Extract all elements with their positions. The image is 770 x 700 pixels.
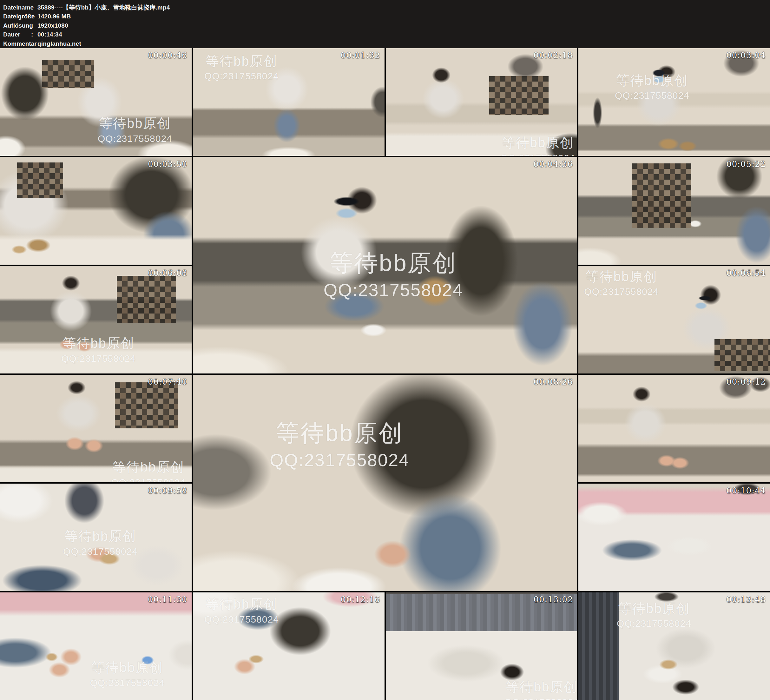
- frame-timestamp: 00:01:32: [341, 50, 380, 60]
- video-frame-placeholder: [578, 48, 770, 156]
- pixelated-censor-block: [489, 76, 548, 115]
- metadata-label: Auflösung: [3, 21, 31, 30]
- frame-timestamp: 00:03:50: [148, 159, 188, 169]
- frame-timestamp: 00:11:30: [148, 595, 188, 604]
- frame-timestamp: 00:08:26: [533, 377, 573, 387]
- video-frame-placeholder: [0, 266, 192, 373]
- frame-timestamp: 00:07:40: [148, 377, 188, 387]
- frame-timestamp: 00:13:48: [726, 595, 766, 604]
- frame-timestamp: 00:04:36: [533, 159, 573, 169]
- metadata-separator: :: [31, 30, 37, 39]
- video-frame-thumbnail: 00:04:36 等待bb原创 QQ:2317558024: [193, 157, 578, 373]
- video-frame-thumbnail: 00:13:02 等待bb原创 QQ:2317558024: [386, 592, 578, 700]
- frame-timestamp: 00:12:16: [341, 595, 380, 604]
- frame-timestamp: 00:09:12: [726, 377, 766, 387]
- frame-timestamp: 00:03:04: [726, 50, 766, 60]
- video-frame-thumbnail: 00:02:18 等待bb原创 QQ:2317558024: [386, 48, 578, 156]
- pixelated-censor-block: [42, 60, 94, 88]
- video-frame-placeholder: [578, 266, 770, 373]
- video-frame-thumbnail: 00:10:44: [578, 484, 770, 591]
- metadata-value: 1920x1080: [37, 22, 68, 29]
- video-frame-thumbnail: 00:09:58 等待bb原创 QQ:2317558024: [0, 484, 192, 591]
- metadata-separator: :: [31, 21, 37, 30]
- video-frame-thumbnail: 00:09:12: [578, 375, 770, 482]
- metadata-label: Dauer: [3, 30, 31, 39]
- metadata-label: Dateigröße: [3, 12, 31, 21]
- frame-timestamp: 00:13:02: [533, 595, 573, 604]
- video-frame-placeholder: [578, 157, 770, 265]
- thumbnail-mosaic-grid: 00:00:46 等待bb原创 QQ:2317558024 00:01:32 等…: [0, 48, 770, 700]
- metadata-row-filename: Dateiname:35889----【等待bb】小鹿、雪地靴白袜挠痒.mp4: [3, 3, 766, 12]
- pixelated-censor-block: [17, 162, 63, 198]
- metadata-value: 1420.96 MB: [37, 13, 71, 19]
- metadata-label: Dateiname: [3, 3, 31, 12]
- video-frame-thumbnail: 00:12:16 等待bb原创 QQ:2317558024: [193, 592, 385, 700]
- pixelated-censor-block: [632, 164, 691, 228]
- file-metadata-header: Dateiname:35889----【等待bb】小鹿、雪地靴白袜挠痒.mp4 …: [0, 0, 770, 48]
- video-frame-placeholder: [0, 48, 192, 156]
- video-frame-thumbnail: 00:01:32 等待bb原创 QQ:2317558024: [193, 48, 385, 156]
- metadata-value: 00:14:34: [37, 31, 62, 38]
- video-frame-placeholder: [193, 592, 385, 700]
- video-frame-thumbnail: 00:06:08 等待bb原创 QQ:2317558024: [0, 266, 192, 373]
- video-frame-thumbnail: 00:05:22: [578, 157, 770, 265]
- metadata-separator: :: [31, 3, 37, 12]
- video-frame-placeholder: [0, 484, 192, 591]
- video-frame-placeholder: [193, 48, 385, 156]
- video-frame-thumbnail: 00:08:26 等待bb原创 QQ:2317558024: [193, 375, 578, 591]
- frame-timestamp: 00:06:54: [726, 268, 766, 278]
- metadata-value: 35889----【等待bb】小鹿、雪地靴白袜挠痒.mp4: [37, 4, 170, 11]
- video-frame-placeholder: [0, 157, 192, 265]
- pixelated-censor-block: [715, 339, 770, 371]
- frame-timestamp: 00:09:58: [148, 486, 188, 495]
- video-frame-thumbnail: 00:11:30 等待bb原创 QQ:2317558024: [0, 592, 192, 700]
- video-frame-placeholder: [193, 157, 578, 373]
- video-frame-placeholder: [0, 375, 192, 482]
- video-frame-thumbnail: 00:13:48 等待bb原创 QQ:2317558024: [578, 592, 770, 700]
- pixelated-censor-block: [115, 382, 178, 429]
- metadata-row-filesize: Dateigröße:1420.96 MB: [3, 12, 766, 21]
- video-frame-thumbnail: 00:00:46 等待bb原创 QQ:2317558024: [0, 48, 192, 156]
- metadata-label: Kommentar: [3, 39, 31, 48]
- frame-timestamp: 00:00:46: [148, 50, 188, 60]
- video-frame-placeholder: [578, 375, 770, 482]
- video-frame-placeholder: [386, 48, 578, 156]
- video-frame-thumbnail: 00:03:04 等待bb原创 QQ:2317558024: [578, 48, 770, 156]
- pixelated-censor-block: [117, 276, 176, 323]
- metadata-value: qinglanhua.net: [37, 40, 81, 47]
- video-frame-thumbnail: 00:06:54 等待bb原创 QQ:2317558024: [578, 266, 770, 373]
- frame-timestamp: 00:10:44: [726, 486, 766, 495]
- metadata-separator: :: [31, 12, 37, 21]
- video-frame-placeholder: [0, 592, 192, 700]
- metadata-row-resolution: Auflösung:1920x1080: [3, 21, 766, 30]
- video-frame-placeholder: [578, 592, 770, 700]
- video-frame-thumbnail: 00:03:50: [0, 157, 192, 265]
- frame-timestamp: 00:02:18: [533, 50, 573, 60]
- frame-timestamp: 00:05:22: [726, 159, 766, 169]
- video-frame-placeholder: [578, 484, 770, 591]
- video-frame-placeholder: [386, 592, 578, 700]
- metadata-row-duration: Dauer:00:14:34: [3, 30, 766, 39]
- video-frame-thumbnail: 00:07:40 等待bb原创 QQ:2317558024: [0, 375, 192, 482]
- metadata-separator: :: [31, 39, 37, 48]
- video-frame-placeholder: [193, 375, 578, 591]
- metadata-row-comment: Kommentar:qinglanhua.net: [3, 39, 766, 48]
- frame-timestamp: 00:06:08: [148, 268, 188, 278]
